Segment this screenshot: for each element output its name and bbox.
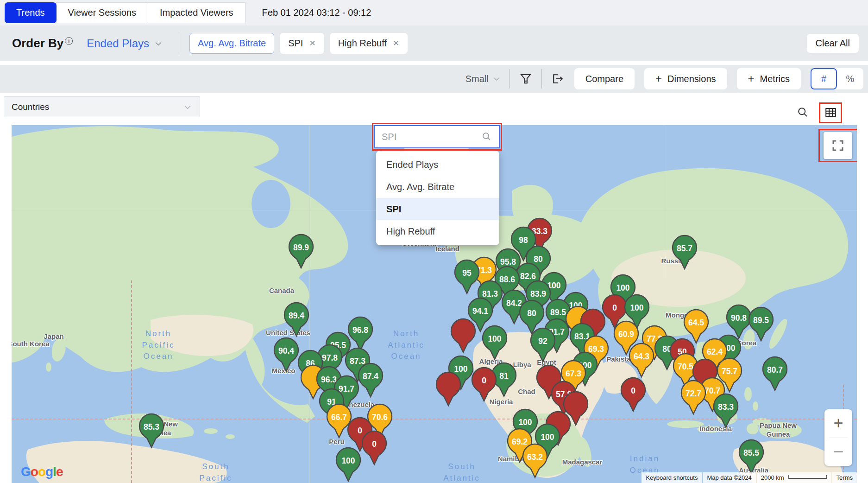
size-selector[interactable]: Small <box>465 74 501 84</box>
fullscreen-icon <box>831 139 845 153</box>
map-marker-yellow-63.2[interactable]: 63.2 <box>521 443 549 482</box>
map-toolbar: Small Compare + Dimensions + Metrics # % <box>0 65 868 93</box>
svg-text:95: 95 <box>462 268 472 278</box>
metric-dropdown-list: Ended PlaysAvg. Avg. BitrateSPIHigh Rebu… <box>376 151 499 245</box>
map-attribution-bar: Keyboard shortcuts Map data ©2024 2000 k… <box>641 472 857 483</box>
svg-text:89.9: 89.9 <box>293 243 309 252</box>
dimension-selector-label: Countries <box>12 102 183 112</box>
map-marker-yellow-72.7[interactable]: 72.7 <box>679 379 708 418</box>
google-logo[interactable]: Google <box>21 464 63 479</box>
compare-button[interactable]: Compare <box>574 68 635 89</box>
svg-text:83.3: 83.3 <box>718 402 734 412</box>
svg-text:64.3: 64.3 <box>634 352 649 361</box>
chevron-down-icon <box>154 39 163 48</box>
svg-text:89.4: 89.4 <box>289 311 304 320</box>
google-logo-letter: o <box>38 464 45 479</box>
close-icon[interactable]: ✕ <box>309 38 315 48</box>
map-marker-red-0[interactable]: 0 <box>360 430 389 469</box>
country-label: Papua New Guinea <box>752 421 804 439</box>
percent-format-button[interactable]: % <box>837 68 863 89</box>
filter-icon[interactable] <box>519 72 533 86</box>
tab-trends[interactable]: Trends <box>5 2 57 23</box>
svg-text:0: 0 <box>482 376 486 385</box>
map-marker-green-83.3[interactable]: 83.3 <box>711 393 740 432</box>
dimension-selector[interactable]: Countries <box>4 96 200 117</box>
chip-label: SPI <box>288 38 303 49</box>
svg-text:85.7: 85.7 <box>677 244 692 253</box>
date-line-dashed <box>131 280 132 483</box>
map-marker-green-89.9[interactable]: 89.9 <box>287 233 315 272</box>
filter-chip-avg-avg-bitrate[interactable]: Avg. Avg. Bitrate <box>189 33 274 54</box>
map-marker-green-92[interactable]: 92 <box>528 327 557 366</box>
divider <box>179 32 179 55</box>
svg-text:85.3: 85.3 <box>144 422 159 432</box>
svg-text:92: 92 <box>538 337 547 346</box>
map-marker-red-0[interactable]: 0 <box>470 366 498 405</box>
table-view-icon[interactable] <box>824 106 837 121</box>
svg-text:81: 81 <box>499 371 509 381</box>
map-marker-green-85.3[interactable]: 85.3 <box>137 413 166 451</box>
plus-icon: + <box>655 72 662 85</box>
order-by-metric-dropdown[interactable]: Ended Plays <box>87 37 149 50</box>
map-marker-green-85.5[interactable]: 85.5 <box>737 439 766 477</box>
add-metrics-button[interactable]: + Metrics <box>737 68 801 89</box>
dropdown-option-spi[interactable]: SPI <box>376 198 499 220</box>
map-marker-green-100[interactable]: 100 <box>480 324 509 363</box>
tab-impacted-viewers[interactable]: Impacted Viewers <box>148 2 245 23</box>
dropdown-option-high-rebuff[interactable]: High Rebuff <box>376 220 499 242</box>
number-format-button[interactable]: # <box>811 68 837 89</box>
chip-label: Avg. Avg. Bitrate <box>198 38 266 49</box>
analytics-dashboard: TrendsViewer SessionsImpacted Viewers Fe… <box>0 0 868 483</box>
filter-chip-high-rebuff[interactable]: High Rebuff✕ <box>330 33 408 54</box>
svg-text:83.9: 83.9 <box>530 289 546 299</box>
ocean-label: South Atlantic <box>434 461 489 483</box>
map-marker-green-85.7[interactable]: 85.7 <box>670 234 699 273</box>
info-icon: i <box>65 37 73 45</box>
keyboard-shortcuts-link[interactable]: Keyboard shortcuts <box>642 472 702 483</box>
value-format-toggle: # % <box>811 68 863 89</box>
add-dimensions-button[interactable]: + Dimensions <box>644 68 727 89</box>
order-by-label: Order Byi <box>12 36 73 51</box>
svg-text:0: 0 <box>612 303 617 312</box>
ocean-label: North Pacific Ocean <box>131 328 186 362</box>
date-range: Feb 01 2024 03:12 - 09:12 <box>262 7 371 18</box>
svg-text:100: 100 <box>341 456 355 465</box>
map-data-label: Map data ©2024 <box>703 472 755 483</box>
country-label: Chad <box>518 388 535 396</box>
map-marker-green-80.7[interactable]: 80.7 <box>761 356 789 394</box>
dropdown-option-avg-avg-bitrate[interactable]: Avg. Avg. Bitrate <box>376 176 499 198</box>
terms-link[interactable]: Terms <box>832 472 857 483</box>
zoom-out-button[interactable]: − <box>824 438 852 466</box>
search-annotation-box <box>372 123 502 151</box>
google-logo-letter: o <box>31 464 38 479</box>
svg-text:89.5: 89.5 <box>753 316 769 325</box>
svg-text:70.6: 70.6 <box>372 413 388 422</box>
map-scale: 2000 km <box>757 472 831 483</box>
map-marker-green-89.4[interactable]: 89.4 <box>282 301 311 340</box>
dropdown-option-ended-plays[interactable]: Ended Plays <box>376 153 499 176</box>
filter-chip-spi[interactable]: SPI✕ <box>280 33 324 54</box>
search-icon[interactable] <box>797 106 809 121</box>
map-marker-red[interactable] <box>434 371 463 410</box>
tab-viewer-sessions[interactable]: Viewer Sessions <box>56 2 148 23</box>
divider <box>541 69 542 89</box>
close-icon[interactable]: ✕ <box>393 38 399 48</box>
top-tab-bar: TrendsViewer SessionsImpacted Viewers Fe… <box>0 0 868 25</box>
fullscreen-button[interactable] <box>824 132 852 159</box>
ocean-label: South Pacific <box>189 461 243 483</box>
map-marker-red-0[interactable]: 0 <box>619 376 648 415</box>
svg-text:0: 0 <box>631 386 635 395</box>
svg-text:87.4: 87.4 <box>363 372 378 381</box>
svg-text:80: 80 <box>527 309 536 318</box>
map-marker-red[interactable] <box>449 318 478 356</box>
zoom-in-button[interactable]: + <box>824 409 852 438</box>
svg-text:80.7: 80.7 <box>767 365 783 375</box>
export-icon[interactable] <box>551 72 565 86</box>
map-zoom-control: + − <box>824 409 852 466</box>
clear-all-button[interactable]: Clear All <box>807 34 859 53</box>
google-logo-letter: e <box>56 464 63 479</box>
map-marker-green-100[interactable]: 100 <box>334 446 363 483</box>
map-marker-yellow-64.3[interactable]: 64.3 <box>627 342 656 381</box>
svg-text:60.9: 60.9 <box>618 330 634 339</box>
map-marker-green-89.5[interactable]: 89.5 <box>747 306 775 345</box>
